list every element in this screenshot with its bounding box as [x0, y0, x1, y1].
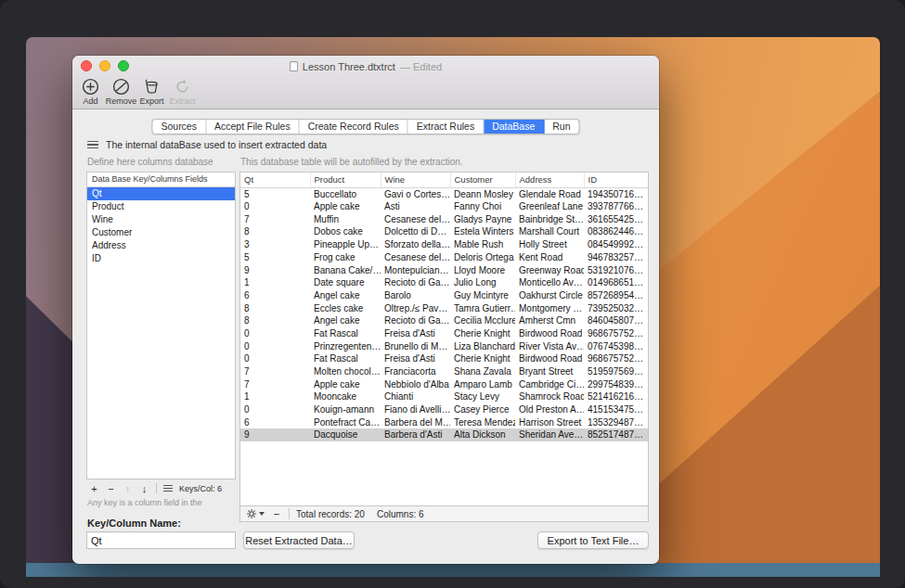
export-icon	[143, 78, 161, 96]
table-cell: 852517487…	[584, 428, 649, 441]
key-column-name-input[interactable]	[86, 531, 236, 549]
table-cell: Freisa d'Asti	[381, 352, 450, 365]
remove-record-button[interactable]: −	[271, 508, 282, 519]
table-cell: Alta Dickson	[450, 428, 515, 441]
table-cell: 9	[240, 428, 310, 441]
table-row[interactable]: 5Frog cakeCesanese del…Deloris OrtegaKen…	[240, 251, 649, 264]
tab-database[interactable]: DataBase	[484, 120, 544, 134]
reset-extracted-data-button[interactable]: Reset Extracted Data…	[243, 531, 355, 549]
table-cell: 8	[240, 302, 310, 315]
table-cell: Banana Cake/…	[310, 263, 381, 276]
table-row[interactable]: 7Molten chocol…FranciacortaShana ZavalaB…	[240, 365, 649, 378]
add-key-button[interactable]: +	[89, 483, 99, 494]
table-row[interactable]: 7MuffinCesanese del…Gladys PayneBainbrid…	[240, 213, 649, 226]
table-cell: Greenleaf Lane	[515, 200, 584, 213]
key-list-item-customer[interactable]: Customer	[87, 226, 235, 239]
key-list-item-qt[interactable]: Qt	[87, 187, 235, 200]
table-cell: 1	[240, 276, 310, 289]
key-list-item-wine[interactable]: Wine	[87, 213, 235, 226]
key-list-item-product[interactable]: Product	[87, 200, 235, 213]
table-actions-button[interactable]	[246, 508, 265, 519]
table-cell: Mable Rush	[450, 238, 515, 251]
table-cell: Cherie Knight	[450, 327, 515, 340]
table-cell: 857268954…	[584, 289, 649, 302]
export-to-text-file-button[interactable]: Export to Text File…	[537, 531, 649, 549]
table-cell: Apple cake	[310, 378, 381, 391]
add-button[interactable]: Add	[75, 76, 106, 106]
table-row[interactable]: 0Fat RascalFreisa d'AstiCherie KnightBir…	[240, 352, 649, 365]
table-cell: Bainbridge St…	[515, 213, 584, 226]
remove-button[interactable]: Remove	[106, 76, 136, 106]
right-panel-hint: This database table will be autofilled b…	[240, 157, 463, 167]
table-row[interactable]: 0Kouign-amannFiano di Avelli…Casey Pierc…	[240, 403, 649, 416]
close-window-button[interactable]	[81, 60, 92, 71]
table-cell: Sforzato della…	[381, 238, 450, 251]
table-cell: Fiano di Avelli…	[381, 403, 450, 416]
table-row[interactable]: 6Angel cakeBaroloGuy McintyreOakhurst Ci…	[240, 289, 649, 302]
table-row[interactable]: 9DacquoiseBarbera d'AstiAlta DicksonSher…	[240, 428, 649, 441]
table-row[interactable]: 3Pineapple Up…Sforzato della…Mable RushH…	[240, 238, 649, 251]
column-header-product[interactable]: Product	[310, 173, 381, 187]
window-titlebar[interactable]: Lesson Three.dtxtrct — Edited	[72, 56, 659, 74]
table-cell: Franciacorta	[381, 365, 450, 378]
table-row[interactable]: 0Apple cakeAstiFanny ChoiGreenleaf Lane3…	[240, 200, 649, 213]
table-cell: Shana Zavala	[450, 365, 515, 378]
export-button-toolbar[interactable]: Export	[136, 76, 167, 106]
table-cell: 9	[240, 263, 310, 276]
table-row[interactable]: 8Eccles cakeOltrep./≤ Pav…Tamra Gutierr……	[240, 302, 649, 315]
wallpaper-bottom-band	[26, 563, 880, 577]
table-footer: − Total records: 20 Columns: 6	[239, 506, 649, 522]
table-body: 5BuccellatoGavi o Cortes…Deann MosleyGle…	[240, 187, 649, 441]
remove-key-button[interactable]: −	[106, 483, 116, 494]
table-cell: Estela Winters	[450, 225, 515, 238]
table-row[interactable]: 8Angel cakeRecioto di Ga…Cecilia Mcclure…	[240, 314, 649, 327]
move-down-button[interactable]: ↓	[139, 483, 149, 494]
table-cell: Cherie Knight	[450, 352, 515, 365]
table-row[interactable]: 1Date squareRecioto di Ga…Julio LongMont…	[240, 276, 649, 289]
table-cell: Marshall Court	[515, 225, 584, 238]
table-cell: Dobos cake	[310, 225, 381, 238]
column-header-customer[interactable]: Customer	[450, 173, 515, 187]
tab-run[interactable]: Run	[544, 120, 578, 134]
table-cell: 0	[240, 200, 310, 213]
table-cell: Kent Road	[515, 251, 584, 264]
table-cell: Casey Pierce	[450, 403, 515, 416]
table-row[interactable]: 0Prinzregenten…Brunello di M…Liza Blanch…	[240, 340, 649, 353]
traffic-lights	[81, 60, 129, 71]
table-row[interactable]: 8Dobos cakeDolcetto di D…Estela WintersM…	[240, 225, 649, 238]
add-button-label: Add	[83, 96, 97, 106]
remove-icon	[112, 78, 130, 96]
table-cell: Fanny Choi	[450, 200, 515, 213]
key-list-item-id[interactable]: ID	[87, 252, 235, 265]
menu-icon[interactable]	[87, 141, 98, 149]
table-cell: Apple cake	[310, 200, 381, 213]
table-cell: Brunello di M…	[381, 340, 450, 353]
table-cell: Birdwood Road	[515, 352, 584, 365]
chevron-down-icon	[259, 512, 265, 516]
column-header-wine[interactable]: Wine	[381, 173, 450, 187]
keys-list-header: Data Base Key/Columns Fields	[87, 173, 235, 187]
table-row[interactable]: 0Fat RascalFreisa d'AstiCherie KnightBir…	[240, 327, 649, 340]
tab-accept-file-rules[interactable]: Accept File Rules	[206, 120, 300, 134]
tab-sources[interactable]: Sources	[152, 120, 206, 134]
table-row[interactable]: 9Banana Cake/…Montepulcian…Lloyd MooreGr…	[240, 263, 649, 276]
table-row[interactable]: 5BuccellatoGavi o Cortes…Deann MosleyGle…	[240, 187, 649, 200]
table-row[interactable]: 7Apple cakeNebbiolo d'AlbaAmparo LambCam…	[240, 378, 649, 391]
keys-listbox: Data Base Key/Columns Fields QtProductWi…	[86, 172, 236, 479]
minimize-window-button[interactable]	[99, 60, 110, 71]
column-header-address[interactable]: Address	[515, 173, 584, 187]
table-row[interactable]: 1MooncakeChiantiStacy LevyShamrock Road5…	[240, 390, 649, 403]
tab-create-record-rules[interactable]: Create Record Rules	[300, 120, 408, 134]
column-header-id[interactable]: ID	[584, 173, 649, 187]
table-cell: 739525032…	[584, 302, 649, 315]
table-cell: Dolcetto di D…	[381, 225, 450, 238]
zoom-window-button[interactable]	[118, 60, 129, 71]
table-row[interactable]: 6Pontefract Ca…Barbera del M…Teresa Mend…	[240, 416, 649, 429]
key-list-item-address[interactable]: Address	[87, 239, 235, 252]
table-cell: Molten chocol…	[310, 365, 381, 378]
table-cell: Frog cake	[310, 251, 381, 264]
tab-extract-rules[interactable]: Extract Rules	[408, 120, 484, 134]
column-header-qt[interactable]: Qt	[240, 173, 310, 187]
info-bar-text: The internal dataBase used to insert ext…	[106, 139, 327, 150]
table-cell: 8	[240, 225, 310, 238]
